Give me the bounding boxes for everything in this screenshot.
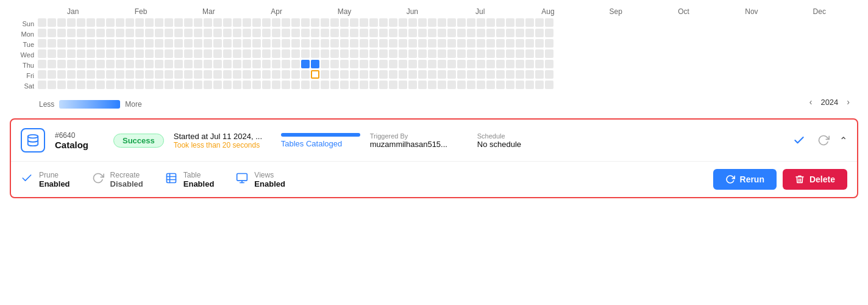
heatmap-cell[interactable] (408, 18, 417, 27)
heatmap-cell[interactable] (477, 70, 485, 79)
next-year-button[interactable]: › (843, 96, 853, 108)
heatmap-cell[interactable] (174, 49, 183, 58)
heatmap-cell[interactable] (418, 70, 427, 79)
heatmap-cell[interactable] (116, 70, 124, 79)
heatmap-cell[interactable] (340, 18, 349, 27)
heatmap-cell[interactable] (477, 18, 485, 27)
heatmap-cell[interactable] (204, 60, 212, 68)
heatmap-cell[interactable] (155, 70, 163, 79)
heatmap-cell[interactable] (467, 39, 475, 48)
heatmap-cell[interactable] (272, 39, 280, 48)
heatmap-cell[interactable] (516, 81, 524, 89)
heatmap-cell[interactable] (116, 29, 124, 37)
heatmap-cell[interactable] (155, 81, 163, 89)
heatmap-cell[interactable] (233, 49, 241, 58)
heatmap-cell[interactable] (389, 70, 397, 79)
heatmap-cell[interactable] (467, 60, 475, 68)
heatmap-cell[interactable] (67, 70, 76, 79)
heatmap-cell[interactable] (535, 39, 544, 48)
heatmap-cell[interactable] (57, 49, 66, 58)
heatmap-cell[interactable] (399, 39, 407, 48)
heatmap-cell[interactable] (194, 81, 202, 89)
heatmap-cell[interactable] (535, 70, 544, 79)
heatmap-cell[interactable] (262, 18, 271, 27)
heatmap-cell[interactable] (486, 60, 495, 68)
heatmap-cell[interactable] (379, 60, 388, 68)
heatmap-cell[interactable] (330, 70, 339, 79)
heatmap-cell[interactable] (360, 29, 368, 37)
heatmap-cell[interactable] (87, 18, 95, 27)
heatmap-cell[interactable] (291, 18, 300, 27)
heatmap-cell[interactable] (155, 39, 163, 48)
heatmap-cell[interactable] (233, 29, 241, 37)
heatmap-cell[interactable] (126, 60, 134, 68)
heatmap-cell[interactable] (282, 18, 290, 27)
heatmap-cell[interactable] (165, 60, 173, 68)
heatmap-cell[interactable] (379, 49, 388, 58)
heatmap-cell[interactable] (87, 29, 95, 37)
heatmap-cell[interactable] (106, 60, 115, 68)
heatmap-cell[interactable] (291, 39, 300, 48)
heatmap-cell[interactable] (174, 18, 183, 27)
heatmap-cell[interactable] (311, 81, 319, 89)
heatmap-cell[interactable] (486, 18, 495, 27)
heatmap-cell[interactable] (213, 60, 222, 68)
heatmap-cell[interactable] (486, 70, 495, 79)
heatmap-cell[interactable] (77, 18, 85, 27)
heatmap-cell[interactable] (135, 70, 144, 79)
heatmap-cell[interactable] (77, 81, 85, 89)
heatmap-cell[interactable] (194, 29, 202, 37)
heatmap-cell[interactable] (535, 60, 544, 68)
heatmap-cell[interactable] (330, 18, 339, 27)
heatmap-cell[interactable] (535, 18, 544, 27)
heatmap-cell[interactable] (96, 18, 105, 27)
heatmap-cell[interactable] (535, 49, 544, 58)
heatmap-cell[interactable] (87, 49, 95, 58)
heatmap-cell[interactable] (155, 18, 163, 27)
heatmap-cell[interactable] (194, 60, 202, 68)
heatmap-cell[interactable] (282, 29, 290, 37)
heatmap-cell[interactable] (87, 60, 95, 68)
heatmap-cell[interactable] (252, 18, 261, 27)
heatmap-cell[interactable] (467, 18, 475, 27)
heatmap-cell[interactable] (145, 81, 154, 89)
heatmap-cell[interactable] (467, 29, 475, 37)
heatmap-cell[interactable] (496, 49, 505, 58)
heatmap-cell[interactable] (38, 49, 46, 58)
heatmap-cell[interactable] (418, 39, 427, 48)
heatmap-cell[interactable] (389, 18, 397, 27)
heatmap-cell[interactable] (360, 81, 368, 89)
heatmap-cell[interactable] (525, 29, 534, 37)
heatmap-cell[interactable] (360, 60, 368, 68)
heatmap-cell[interactable] (126, 18, 134, 27)
heatmap-cell[interactable] (486, 81, 495, 89)
heatmap-cell[interactable] (145, 60, 154, 68)
heatmap-cell[interactable] (184, 49, 193, 58)
heatmap-cell[interactable] (233, 18, 241, 27)
heatmap-cell[interactable] (38, 29, 46, 37)
heatmap-cell[interactable] (506, 18, 514, 27)
heatmap-cell[interactable] (545, 70, 553, 79)
heatmap-cell[interactable] (262, 81, 271, 89)
heatmap-cell[interactable] (330, 49, 339, 58)
heatmap-cell[interactable] (369, 60, 378, 68)
heatmap-cell[interactable] (145, 29, 154, 37)
delete-button[interactable]: Delete (783, 169, 847, 190)
heatmap-cell[interactable] (155, 29, 163, 37)
heatmap-cell[interactable] (545, 81, 553, 89)
heatmap-cell[interactable] (516, 49, 524, 58)
heatmap-cell[interactable] (194, 70, 202, 79)
heatmap-cell[interactable] (96, 60, 105, 68)
heatmap-cell[interactable] (545, 60, 553, 68)
heatmap-cell[interactable] (360, 18, 368, 27)
heatmap-cell[interactable] (438, 18, 446, 27)
heatmap-cell[interactable] (525, 60, 534, 68)
heatmap-cell[interactable] (379, 70, 388, 79)
heatmap-cell[interactable] (418, 60, 427, 68)
heatmap-cell[interactable] (165, 29, 173, 37)
heatmap-cell[interactable] (213, 18, 222, 27)
heatmap-cell[interactable] (223, 39, 232, 48)
heatmap-cell[interactable] (321, 81, 329, 89)
edit-icon-button[interactable] (791, 132, 808, 149)
heatmap-cell[interactable] (252, 70, 261, 79)
